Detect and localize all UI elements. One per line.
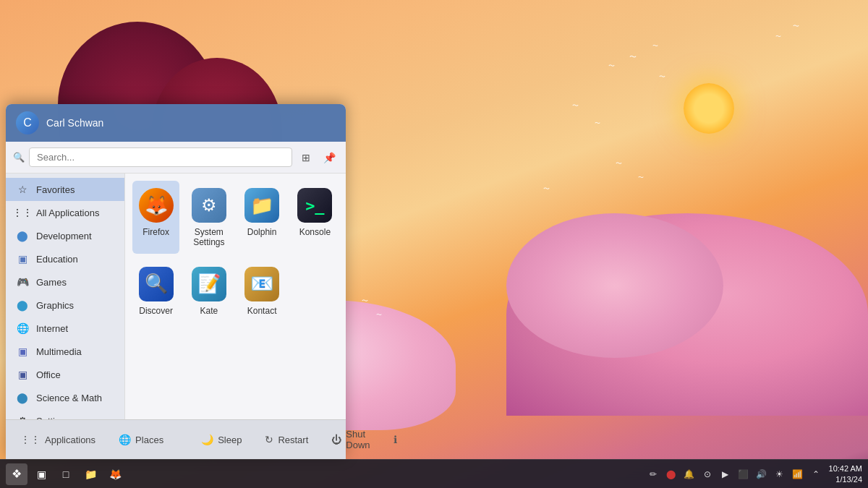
restart-icon: ↻ (265, 434, 273, 445)
system-settings-label: SystemSettings (193, 227, 224, 248)
favorites-icon: ☆ (16, 183, 29, 196)
footer-places-button[interactable]: 🌐 Places (114, 431, 168, 448)
kontact-label: Kontact (247, 306, 277, 316)
tray-expand-icon[interactable]: ⌃ (808, 466, 824, 482)
launcher-body: ☆ Favorites ⋮⋮ All Applications ⬤ Develo… (6, 174, 346, 419)
search-input[interactable] (29, 147, 292, 167)
sidebar-label-office: Office (36, 369, 61, 380)
tray-record-icon[interactable]: ⬤ (663, 466, 679, 482)
application-launcher: C Carl Schwan 🔍 ⊞ 📌 ☆ Favorites ⋮⋮ All A… (6, 104, 346, 459)
bird-12: 〜 (362, 296, 368, 306)
launcher-apps-area: 🦊 Firefox ⚙ SystemSettings 📁 Dolp (125, 174, 346, 419)
all-apps-icon: ⋮⋮ (16, 206, 29, 219)
bird-5: 〜 (775, 33, 781, 40)
office-icon: ▣ (16, 368, 29, 381)
app-discover[interactable]: 🔍 Discover (132, 260, 179, 322)
sidebar-item-multimedia[interactable]: ▣ Multimedia (6, 340, 124, 363)
sidebar-label-favorites: Favorites (36, 184, 75, 195)
konsole-icon: >_ (297, 188, 332, 223)
sidebar-item-settings[interactable]: ⚙ Settings (6, 409, 124, 419)
science-math-icon: ⬤ (16, 391, 29, 404)
taskbar-app-button-1[interactable]: ▣ (30, 463, 52, 485)
settings-icon: ⚙ (16, 414, 29, 419)
kate-icon: 📝 (192, 267, 226, 301)
firefox-label: Firefox (142, 227, 169, 237)
sidebar-label-education: Education (36, 254, 78, 265)
sidebar-label-graphics: Graphics (36, 300, 74, 311)
taskbar-app-button-2[interactable]: □ (55, 463, 77, 485)
bird-13: 〜 (376, 311, 382, 319)
files-icon: 📁 (85, 468, 97, 480)
dolphin-icon: 📁 (244, 188, 279, 223)
launcher-footer: ⋮⋮ Applications 🌐 Places 🌙 Sleep ↻ Resta… (6, 419, 346, 459)
bird-2: 〜 (652, 42, 658, 50)
app-kate[interactable]: 📝 Kate (185, 260, 232, 322)
launcher-sidebar: ☆ Favorites ⋮⋮ All Applications ⬤ Develo… (6, 174, 125, 419)
footer-restart-button[interactable]: ↻ Restart (260, 431, 312, 448)
sidebar-label-multimedia: Multimedia (36, 346, 82, 357)
taskbar-firefox-button[interactable]: 🦊 (104, 463, 126, 485)
app-system-settings[interactable]: ⚙ SystemSettings (185, 181, 232, 254)
footer-shutdown-button[interactable]: ⏻ Shut Down (327, 426, 374, 453)
multimedia-icon: ▣ (16, 345, 29, 358)
games-icon: 🎮 (16, 275, 29, 288)
development-icon: ⬤ (16, 229, 29, 242)
taskbar-left-area: ❖ ▣ □ 📁 🦊 (0, 463, 132, 485)
sidebar-item-games[interactable]: 🎮 Games (6, 270, 124, 294)
shutdown-icon: ⏻ (331, 434, 341, 445)
footer-sleep-button[interactable]: 🌙 Sleep (197, 431, 246, 448)
sidebar-item-graphics[interactable]: ⬤ Graphics (6, 294, 124, 317)
app-dolphin[interactable]: 📁 Dolphin (239, 181, 286, 254)
tray-notifications-icon[interactable]: 🔔 (681, 466, 697, 482)
launcher-pin-button[interactable]: ⊞ (297, 148, 315, 167)
sidebar-item-education[interactable]: ▣ Education (6, 247, 124, 270)
tray-pen-icon[interactable]: ✏ (645, 466, 661, 482)
sidebar-item-all-applications[interactable]: ⋮⋮ All Applications (6, 201, 124, 224)
education-icon: ▣ (16, 252, 29, 265)
tray-brightness-icon[interactable]: ☀ (772, 466, 788, 482)
bird-11: 〜 (543, 184, 550, 194)
sidebar-item-office[interactable]: ▣ Office (6, 363, 124, 386)
tray-audio-icon[interactable]: ⊙ (699, 466, 715, 482)
sidebar-item-favorites[interactable]: ☆ Favorites (6, 178, 124, 201)
tray-volume-icon[interactable]: 🔊 (754, 466, 770, 482)
taskbar-tray: ✏ ⬤ 🔔 ⊙ ▶ ⬛ 🔊 ☀ 📶 ⌃ 10:42 AM 1/13/24 (639, 463, 868, 484)
footer-more-button[interactable]: ℹ (389, 431, 401, 448)
more-icon: ℹ (393, 434, 397, 445)
sidebar-item-internet[interactable]: 🌐 Internet (6, 317, 124, 340)
tray-screen-icon[interactable]: ⬛ (736, 466, 752, 482)
bird-7: 〜 (572, 101, 579, 111)
cloud-2 (506, 213, 723, 358)
bird-4: 〜 (659, 72, 665, 82)
app-firefox[interactable]: 🦊 Firefox (132, 181, 179, 254)
app-kontact[interactable]: 📧 Kontact (239, 260, 286, 322)
clock-date: 1/13/24 (835, 474, 862, 484)
user-avatar-icon: C (23, 116, 32, 129)
bird-1: 〜 (629, 52, 637, 62)
launcher-config-button[interactable]: 📌 (320, 148, 339, 167)
taskbar-start-button[interactable]: ❖ (6, 463, 27, 485)
sidebar-item-science-math[interactable]: ⬤ Science & Math (6, 386, 124, 409)
bird-8: 〜 (595, 119, 600, 127)
launcher-header: C Carl Schwan (6, 104, 346, 142)
places-label: Places (135, 435, 163, 445)
firefox-taskbar-icon: 🦊 (109, 468, 122, 480)
bird-6: 〜 (793, 22, 799, 31)
bird-10: 〜 (638, 174, 644, 181)
sidebar-label-science-math: Science & Math (36, 393, 102, 403)
taskbar: ❖ ▣ □ 📁 🦊 ✏ ⬤ 🔔 ⊙ ▶ ⬛ 🔊 ☀ 📶 ⌃ 10:42 AM 1… (0, 459, 868, 488)
app-konsole[interactable]: >_ Konsole (292, 181, 339, 254)
footer-applications-button[interactable]: ⋮⋮ Applications (16, 431, 100, 448)
taskbar-files-button[interactable]: 📁 (80, 463, 101, 485)
sun-decoration (684, 83, 734, 134)
discover-icon: 🔍 (139, 267, 174, 301)
system-clock[interactable]: 10:42 AM 1/13/24 (829, 463, 862, 484)
sidebar-item-development[interactable]: ⬤ Development (6, 224, 124, 247)
bird-3: 〜 (608, 61, 615, 71)
start-icon: ❖ (12, 467, 22, 481)
kontact-icon: 📧 (244, 267, 279, 301)
tray-wifi-icon[interactable]: 📶 (790, 466, 806, 482)
tray-media-icon[interactable]: ▶ (718, 466, 733, 482)
dolphin-label: Dolphin (247, 227, 277, 237)
bird-9: 〜 (616, 159, 622, 168)
